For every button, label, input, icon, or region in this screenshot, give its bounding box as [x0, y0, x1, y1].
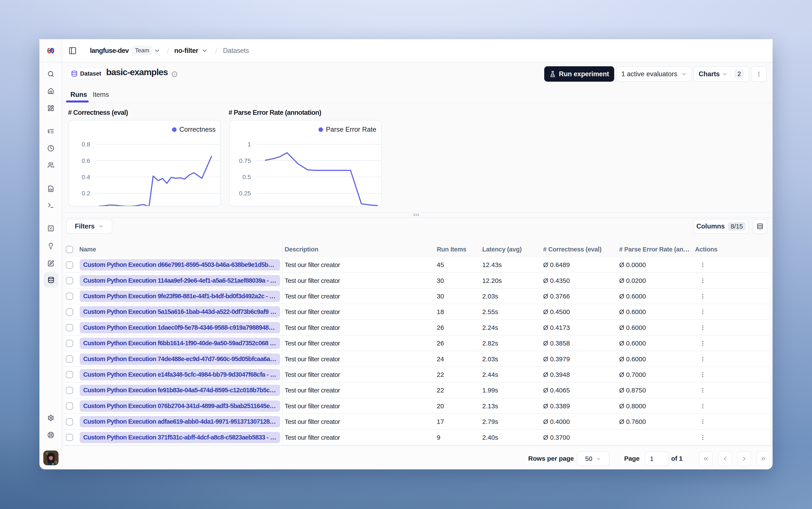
svg-text:1: 1 [247, 141, 251, 148]
svg-text:0.5: 0.5 [242, 174, 251, 180]
svg-text:0.8: 0.8 [82, 141, 90, 148]
svg-text:0.25: 0.25 [239, 190, 251, 197]
svg-text:0.2: 0.2 [82, 190, 90, 197]
svg-text:0.6: 0.6 [82, 158, 90, 164]
svg-text:0.4: 0.4 [82, 174, 90, 180]
svg-text:0.75: 0.75 [239, 158, 251, 164]
